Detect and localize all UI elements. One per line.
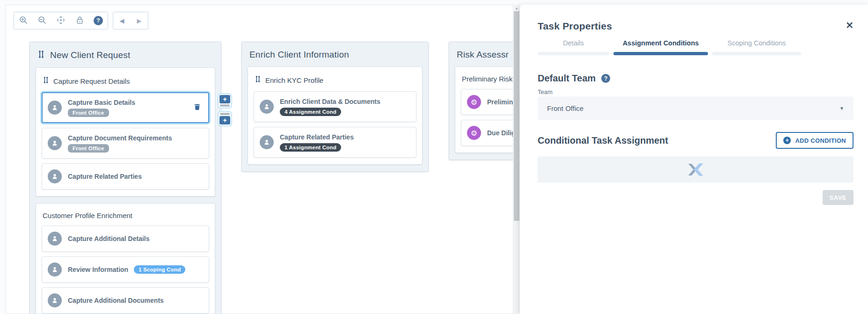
drag-handle-icon[interactable] [43,76,49,86]
add-condition-label: ADD CONDITION [795,137,846,144]
tab-label: Details [538,39,609,48]
help-icon: ? [94,16,103,25]
task-title: Capture Related Parties [68,173,142,180]
task-card-body: Capture Related Parties1 Assignment Cond [280,133,354,152]
stage-title: Enrich KYC Profile [265,76,323,84]
close-icon[interactable]: ✕ [846,20,853,31]
team-select[interactable]: Front Office ▼ [538,96,853,120]
stage-panel[interactable]: Capture Request DetailsCapture Basic Det… [36,67,215,197]
stage-header: Preliminary Risk [455,67,513,89]
stage-title: Capture Request Details [53,77,130,85]
task-card[interactable]: Capture Basic DetailsFront Office [42,92,209,123]
stage-header: Customer Profile Enrichment [36,204,215,226]
scrollbar-thumb[interactable] [514,11,519,221]
task-title: Due Diligen [487,129,513,137]
caret-right-button[interactable]: ▶ [131,12,148,29]
task-card[interactable]: Capture Related Parties [42,163,209,190]
help-button[interactable]: ? [89,12,108,29]
person-icon [48,263,62,277]
default-team-heading: Default Team ? [538,73,610,84]
phase-header[interactable]: New Client Request [30,42,221,67]
stage-header: Capture Request Details [36,68,215,92]
task-card[interactable]: Review Information1 Scoping Cond [42,256,209,283]
tab-details[interactable]: Details [538,39,609,55]
task-card[interactable]: Capture Document RequirementsFront Offic… [42,128,209,159]
phase-header[interactable]: Enrich Client Information [242,42,428,66]
team-badge: Front Office [68,144,109,153]
assignment-badge: 4 Assignment Cond [280,108,341,116]
tab-scoping-conditions[interactable]: Scoping Conditions [712,39,801,55]
person-icon [260,135,274,149]
plus-icon: + [219,95,230,103]
canvas-vertical-scrollbar[interactable]: ▲ [513,5,520,314]
insert-position-indicator [220,104,230,107]
tab-assignment-conditions[interactable]: Assignment Conditions [613,39,708,55]
insert-task-above-button[interactable]: + [218,93,232,109]
phase-title: Risk Assessr [457,50,509,60]
task-title: Capture Additional Documents [68,297,164,304]
person-icon [48,101,62,115]
task-card[interactable]: ⚙Preliminary [461,89,513,115]
lock-button[interactable] [70,12,89,29]
zoom-out-icon [37,15,47,26]
pan-icon [56,15,66,26]
person-icon [48,232,62,246]
drag-handle-icon[interactable] [255,75,261,85]
person-icon [48,136,62,150]
stage-title: Preliminary Risk [462,75,512,83]
scoping-badge: 1 Scoping Cond [134,265,185,274]
stage-panel[interactable]: Customer Profile EnrichmentCapture Addit… [36,203,215,314]
stage-task-list: Enrich Client Data & Documents4 Assignme… [248,91,422,164]
phase-title: New Client Request [50,50,131,60]
task-card-body: Capture Basic DetailsFront Office [68,99,135,117]
stage-panel[interactable]: Preliminary Risk⚙Preliminary⚙Due Diligen [455,66,513,153]
caret-left-button[interactable]: ◀ [113,12,131,29]
drag-handle-icon[interactable] [37,50,45,61]
stage-panel[interactable]: Enrich KYC ProfileEnrich Client Data & D… [248,66,423,165]
tab-underline-bar [538,52,609,55]
assignment-badge: 1 Assignment Cond [280,143,341,152]
task-card[interactable]: Enrich Client Data & Documents4 Assignme… [254,91,416,122]
zoom-in-button[interactable] [14,12,33,29]
task-title: Review Information [68,266,128,273]
phase-header[interactable]: Risk Assessr [449,42,513,66]
task-card-body: Capture Document RequirementsFront Offic… [68,134,172,153]
insert-position-indicator [220,113,230,115]
gear-icon: ⚙ [467,126,481,140]
stage-task-list: Capture Basic DetailsFront OfficeCapture… [36,92,215,196]
task-title: Capture Document Requirements [68,134,172,142]
save-button[interactable]: SAVE [823,190,853,205]
delete-task-button[interactable] [192,102,202,113]
panel-title: Task Properties [538,21,612,32]
task-card[interactable]: ⚙Due Diligen [461,120,513,146]
scrollbar-up-arrow-icon[interactable]: ▲ [513,5,520,11]
team-field-label: Team [538,88,553,95]
tab-underline-bar [613,52,708,55]
insert-task-below-button[interactable]: + [218,111,232,126]
default-team-heading-text: Default Team [538,73,596,84]
task-card-body: Preliminary [487,98,513,106]
task-card-body: Enrich Client Data & Documents4 Assignme… [280,98,380,116]
person-icon [48,169,62,183]
panel-tabs: DetailsAssignment ConditionsScoping Cond… [538,39,801,55]
stage-header: Enrich KYC Profile [248,67,422,91]
zoom-out-button[interactable] [33,12,51,29]
team-select-value: Front Office [547,104,584,112]
caret-left-icon: ◀ [120,17,124,24]
task-title: Capture Related Parties [280,133,354,141]
stage-task-list: ⚙Preliminary⚙Due Diligen [455,89,513,153]
stage-task-list: Capture Additional DetailsReview Informa… [36,226,215,314]
zoom-in-icon [19,15,28,26]
canvas-nav-toolbar: ◀▶ [113,12,148,29]
task-card[interactable]: Capture Additional Documents [42,287,209,314]
task-card-body: Capture Related Parties [68,173,142,180]
task-title: Capture Basic Details [68,99,135,106]
phase-column: Risk AssessrPreliminary Risk⚙Preliminary… [449,42,513,160]
caret-right-icon: ▶ [137,17,142,24]
task-properties-panel: Task Properties ✕ DetailsAssignment Cond… [520,5,868,314]
pan-button[interactable] [51,12,70,29]
help-icon[interactable]: ? [601,74,610,83]
task-card[interactable]: Capture Additional Details [42,226,209,252]
add-condition-button[interactable]: + ADD CONDITION [776,132,853,149]
task-card[interactable]: Capture Related Parties1 Assignment Cond [254,127,416,158]
